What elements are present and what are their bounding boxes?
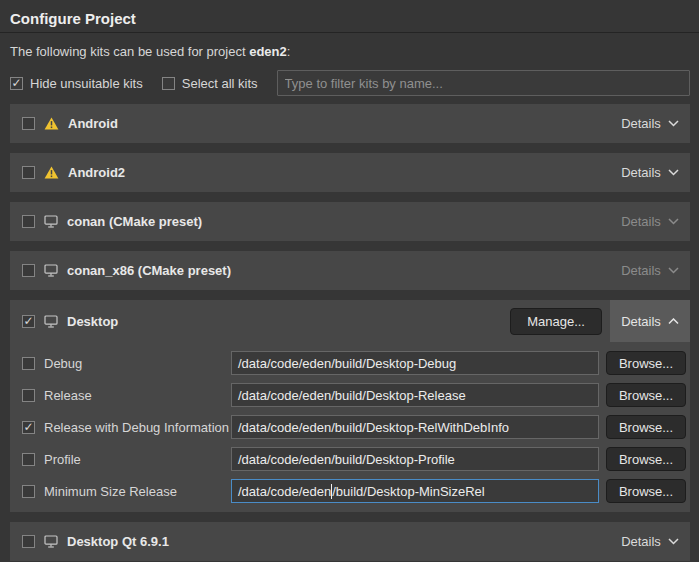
intro-text: The following kits can be used for proje… <box>10 44 689 60</box>
kit-name: Desktop Qt 6.9.1 <box>67 534 169 549</box>
build-dir-input[interactable]: /data/code/eden/build/Desktop-Release <box>231 383 599 407</box>
build-config-row-relwithdebinfo: Release with Debug Information /data/cod… <box>22 415 686 439</box>
details-label: Details <box>621 214 661 229</box>
warning-icon <box>44 117 59 130</box>
build-dir-input-focused[interactable]: /data/code/eden/build/Desktop-MinSizeRel <box>231 479 599 503</box>
hide-unsuitable-kits-option[interactable]: Hide unsuitable kits <box>10 76 143 91</box>
build-dir-input[interactable]: /data/code/eden/build/Desktop-RelWithDeb… <box>231 415 599 439</box>
desktop-icon <box>44 315 58 328</box>
hide-unsuitable-kits-label: Hide unsuitable kits <box>30 76 143 91</box>
kit-row-conan[interactable]: conan (CMake preset) Details <box>10 202 690 241</box>
build-config-checkbox[interactable] <box>22 421 35 434</box>
browse-button[interactable]: Browse... <box>606 415 686 439</box>
warning-icon <box>44 166 59 179</box>
build-dir-path: /data/code/eden <box>238 484 331 499</box>
manage-button[interactable]: Manage... <box>510 308 602 335</box>
kit-list: Android Details Android2 Details conan (… <box>0 104 699 561</box>
build-config-checkbox[interactable] <box>22 389 35 402</box>
project-name: eden2 <box>249 44 287 59</box>
build-config-row-debug: Debug /data/code/eden/build/Desktop-Debu… <box>22 351 686 375</box>
build-dir-path: /data/code/eden/build/Desktop-Debug <box>238 356 456 371</box>
build-config-row-release: Release /data/code/eden/build/Desktop-Re… <box>22 383 686 407</box>
kit-row-desktop-qt-691[interactable]: Desktop Qt 6.9.1 Details <box>10 522 690 561</box>
kit-row-conan-x86[interactable]: conan_x86 (CMake preset) Details <box>10 251 690 290</box>
build-config-checkbox[interactable] <box>22 357 35 370</box>
kit-name: Android2 <box>68 165 125 180</box>
kit-filter-input[interactable] <box>277 70 690 96</box>
build-config-checkbox[interactable] <box>22 485 35 498</box>
details-toggle[interactable]: Details <box>610 153 690 192</box>
kit-checkbox[interactable] <box>22 166 35 179</box>
build-config-checkbox[interactable] <box>22 453 35 466</box>
kit-name: conan (CMake preset) <box>67 214 202 229</box>
desktop-icon <box>44 264 58 277</box>
build-dir-input[interactable]: /data/code/eden/build/Desktop-Profile <box>231 447 599 471</box>
kit-checkbox[interactable] <box>22 117 35 130</box>
build-config-row-minsizerel: Minimum Size Release /data/code/eden/bui… <box>22 479 686 503</box>
kit-row-android2[interactable]: Android2 Details <box>10 153 690 192</box>
kit-toolbar: Hide unsuitable kits Select all kits <box>10 70 690 96</box>
build-dir-path: /data/code/eden/build/Desktop-Release <box>238 388 466 403</box>
hide-unsuitable-kits-checkbox[interactable] <box>10 77 23 90</box>
select-all-kits-option[interactable]: Select all kits <box>162 76 258 91</box>
kit-name: conan_x86 (CMake preset) <box>67 263 231 278</box>
build-config-list: Debug /data/code/eden/build/Desktop-Debu… <box>10 342 690 512</box>
build-dir-path: /data/code/eden/build/Desktop-RelWithDeb… <box>238 420 509 435</box>
browse-button[interactable]: Browse... <box>606 383 686 407</box>
chevron-down-icon <box>668 538 679 545</box>
build-config-label: Release with Debug Information <box>44 420 231 435</box>
chevron-down-icon <box>668 120 679 127</box>
desktop-icon <box>44 535 58 548</box>
page-header: Configure Project <box>0 0 699 33</box>
build-dir-input[interactable]: /data/code/eden/build/Desktop-Debug <box>231 351 599 375</box>
page-title: Configure Project <box>10 9 689 28</box>
select-all-kits-checkbox[interactable] <box>162 77 175 90</box>
select-all-kits-label: Select all kits <box>182 76 258 91</box>
kit-name: Android <box>68 116 118 131</box>
build-config-row-profile: Profile /data/code/eden/build/Desktop-Pr… <box>22 447 686 471</box>
details-label: Details <box>621 116 661 131</box>
kit-name: Desktop <box>67 314 118 329</box>
chevron-down-icon <box>668 218 679 225</box>
details-toggle[interactable]: Details <box>610 202 690 241</box>
build-config-label: Debug <box>44 356 231 371</box>
kit-checkbox[interactable] <box>22 264 35 277</box>
kit-row-android[interactable]: Android Details <box>10 104 690 143</box>
kit-checkbox[interactable] <box>22 535 35 548</box>
build-config-label: Minimum Size Release <box>44 484 231 499</box>
details-toggle[interactable]: Details <box>610 300 690 342</box>
browse-button[interactable]: Browse... <box>606 479 686 503</box>
kit-group-desktop: Desktop Manage... Details Debug /data/co… <box>10 300 690 512</box>
details-label: Details <box>621 534 661 549</box>
build-dir-path: /data/code/eden/build/Desktop-Profile <box>238 452 455 467</box>
details-label: Details <box>621 165 661 180</box>
kit-row-desktop[interactable]: Desktop Manage... Details <box>10 300 690 342</box>
build-config-label: Release <box>44 388 231 403</box>
intro-text-before: The following kits can be used for proje… <box>10 44 249 59</box>
browse-button[interactable]: Browse... <box>606 351 686 375</box>
details-toggle[interactable]: Details <box>610 104 690 143</box>
kit-checkbox[interactable] <box>22 215 35 228</box>
chevron-up-icon <box>668 318 679 325</box>
kit-checkbox[interactable] <box>22 315 35 328</box>
details-label: Details <box>621 314 661 329</box>
build-dir-path: /build/Desktop-MinSizeRel <box>332 484 484 499</box>
intro-text-after: : <box>287 44 291 59</box>
browse-button[interactable]: Browse... <box>606 447 686 471</box>
chevron-down-icon <box>668 267 679 274</box>
details-label: Details <box>621 263 661 278</box>
details-toggle[interactable]: Details <box>610 251 690 290</box>
desktop-icon <box>44 215 58 228</box>
details-toggle[interactable]: Details <box>610 522 690 561</box>
chevron-down-icon <box>668 169 679 176</box>
build-config-label: Profile <box>44 452 231 467</box>
